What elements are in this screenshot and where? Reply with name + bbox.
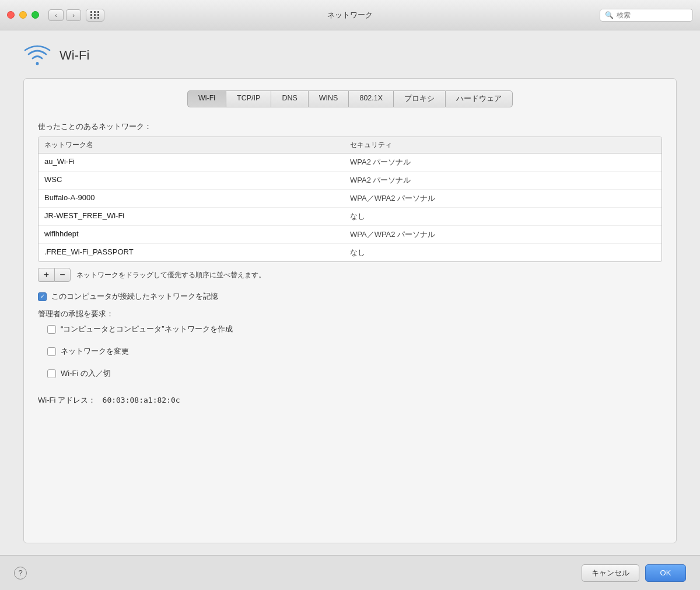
cancel-button[interactable]: キャンセル bbox=[582, 564, 639, 582]
admin-checkbox-row-2: Wi-Fi の入／切 bbox=[47, 368, 662, 379]
tab-dns[interactable]: DNS bbox=[271, 90, 307, 107]
window-title: ネットワーク bbox=[327, 10, 373, 20]
settings-panel: Wi-Fi TCP/IP DNS WINS 802.1X プロキシ ハードウェア… bbox=[23, 78, 677, 543]
network-security: WPA2 パーソナル bbox=[350, 175, 656, 186]
search-icon: 🔍 bbox=[605, 11, 614, 19]
svg-point-0 bbox=[36, 62, 39, 65]
table-row[interactable]: JR-WEST_FREE_Wi-Fi なし bbox=[38, 208, 662, 226]
add-network-button[interactable]: + bbox=[38, 268, 54, 282]
tab-hardware[interactable]: ハードウェア bbox=[445, 90, 513, 107]
known-networks-label: 使ったことのあるネットワーク： bbox=[38, 121, 662, 132]
network-name: au_Wi-Fi bbox=[44, 157, 350, 167]
bottom-bar: ? キャンセル OK bbox=[0, 555, 700, 590]
ok-button[interactable]: OK bbox=[645, 564, 686, 582]
remember-checkbox-row: ✓ このコンピュータが接続したネットワークを記憶 bbox=[38, 291, 662, 302]
network-name: .FREE_Wi-Fi_PASSPORT bbox=[44, 247, 350, 258]
network-name: wifihhdept bbox=[44, 229, 350, 240]
network-security: WPA2 パーソナル bbox=[350, 157, 656, 167]
tab-proxy[interactable]: プロキシ bbox=[393, 90, 445, 107]
wifi-icon bbox=[23, 44, 51, 67]
admin-checkbox-1[interactable] bbox=[47, 347, 56, 356]
remember-checkbox[interactable]: ✓ bbox=[38, 292, 47, 301]
grid-icon bbox=[90, 11, 100, 19]
traffic-lights bbox=[7, 11, 39, 19]
add-remove-row: + − ネットワークをドラッグして優先する順序に並べ替えます。 bbox=[38, 268, 662, 282]
network-security: WPA／WPA2 パーソナル bbox=[350, 229, 656, 240]
network-name: WSC bbox=[44, 175, 350, 186]
admin-checkbox-0[interactable] bbox=[47, 325, 56, 334]
grid-button[interactable] bbox=[86, 9, 104, 22]
page-title: Wi-Fi bbox=[60, 48, 89, 63]
tab-wifi[interactable]: Wi-Fi bbox=[187, 90, 226, 107]
wifi-address-label: Wi-Fi アドレス： bbox=[38, 396, 96, 404]
table-row[interactable]: Buffalo-A-9000 WPA／WPA2 パーソナル bbox=[38, 190, 662, 208]
admin-section-label: 管理者の承認を要求： bbox=[38, 309, 662, 319]
admin-checkbox-2[interactable] bbox=[47, 369, 56, 378]
network-table: ネットワーク名 セキュリティ au_Wi-Fi WPA2 パーソナルWSC WP… bbox=[38, 137, 662, 262]
col-header-security: セキュリティ bbox=[350, 140, 656, 150]
main-content: Wi-Fi Wi-Fi TCP/IP DNS WINS 802.1X プロキシ … bbox=[0, 30, 700, 555]
remember-label: このコンピュータが接続したネットワークを記憶 bbox=[51, 291, 218, 302]
close-button[interactable] bbox=[7, 11, 15, 19]
network-security: なし bbox=[350, 247, 656, 258]
admin-checkbox-label-0: “コンピュータとコンピュータ”ネットワークを作成 bbox=[61, 324, 233, 334]
header-row: Wi-Fi bbox=[23, 44, 677, 67]
network-security: なし bbox=[350, 211, 656, 222]
admin-checkbox-row-0: “コンピュータとコンピュータ”ネットワークを作成 bbox=[47, 324, 662, 334]
nav-buttons: ‹ › bbox=[48, 9, 81, 21]
network-name: JR-WEST_FREE_Wi-Fi bbox=[44, 211, 350, 222]
admin-checkboxes: “コンピュータとコンピュータ”ネットワークを作成 ネットワークを変更 Wi-Fi… bbox=[38, 324, 662, 386]
titlebar: ‹ › ネットワーク 🔍 bbox=[0, 0, 700, 30]
remove-network-button[interactable]: − bbox=[54, 268, 71, 282]
tab-8021x[interactable]: 802.1X bbox=[348, 90, 393, 107]
reorder-hint: ネットワークをドラッグして優先する順序に並べ替えます。 bbox=[76, 270, 265, 280]
wifi-address-value: 60:03:08:a1:82:0c bbox=[103, 396, 180, 404]
network-name: Buffalo-A-9000 bbox=[44, 193, 350, 204]
table-header: ネットワーク名 セキュリティ bbox=[38, 137, 662, 153]
col-header-name: ネットワーク名 bbox=[44, 140, 350, 150]
table-row[interactable]: .FREE_Wi-Fi_PASSPORT なし bbox=[38, 244, 662, 261]
admin-checkbox-label-2: Wi-Fi の入／切 bbox=[61, 368, 111, 379]
table-row[interactable]: au_Wi-Fi WPA2 パーソナル bbox=[38, 153, 662, 172]
table-body: au_Wi-Fi WPA2 パーソナルWSC WPA2 パーソナルBuffalo… bbox=[38, 153, 662, 261]
table-row[interactable]: wifihhdept WPA／WPA2 パーソナル bbox=[38, 226, 662, 244]
tab-tcpip[interactable]: TCP/IP bbox=[226, 90, 271, 107]
forward-button[interactable]: › bbox=[66, 9, 81, 21]
table-row[interactable]: WSC WPA2 パーソナル bbox=[38, 172, 662, 190]
admin-checkbox-row-1: ネットワークを変更 bbox=[47, 346, 662, 357]
network-security: WPA／WPA2 パーソナル bbox=[350, 193, 656, 204]
admin-checkbox-label-1: ネットワークを変更 bbox=[61, 346, 129, 357]
checkmark-icon: ✓ bbox=[40, 294, 45, 299]
minimize-button[interactable] bbox=[19, 11, 27, 19]
wifi-address-row: Wi-Fi アドレス： 60:03:08:a1:82:0c bbox=[38, 395, 662, 406]
tabs-row: Wi-Fi TCP/IP DNS WINS 802.1X プロキシ ハードウェア bbox=[38, 90, 662, 107]
maximize-button[interactable] bbox=[32, 11, 39, 19]
tab-wins[interactable]: WINS bbox=[308, 90, 349, 107]
help-button[interactable]: ? bbox=[14, 567, 27, 579]
search-input[interactable] bbox=[617, 11, 688, 19]
bottom-actions: キャンセル OK bbox=[582, 564, 686, 582]
search-box[interactable]: 🔍 bbox=[600, 9, 693, 22]
back-button[interactable]: ‹ bbox=[48, 9, 64, 21]
